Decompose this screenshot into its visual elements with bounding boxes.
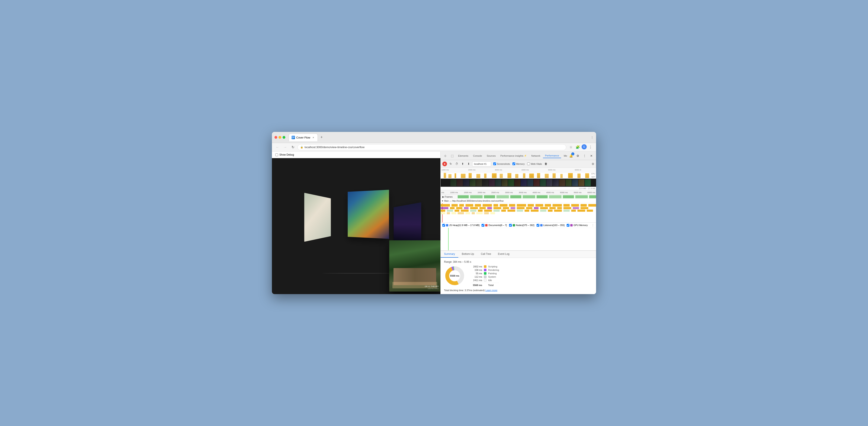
filmstrip-frame[interactable] [521, 179, 527, 186]
filmstrip-frame[interactable] [495, 179, 501, 186]
tab-sources[interactable]: Sources [485, 154, 498, 158]
frames-label[interactable]: ▶ Frames [441, 196, 458, 198]
ruler-mark-5: 6000 m [575, 169, 581, 171]
show-debug-label[interactable]: Show Debug [275, 153, 294, 156]
filmstrip-frame[interactable] [463, 179, 469, 186]
reload-button[interactable]: ↻ [290, 144, 296, 150]
profile-select[interactable]: localhost #1 [472, 161, 491, 167]
browser-settings-icon[interactable]: ⋮ [588, 144, 593, 150]
address-bar[interactable]: 🔒 localhost:3000/demo/view-timeline-css/… [298, 144, 566, 150]
title-bar: CF Cover Flow ✕ + ⋮ [272, 132, 596, 143]
filmstrip-frame[interactable] [547, 179, 552, 186]
learn-more-link[interactable]: Learn more [486, 289, 497, 291]
filmstrip-frame[interactable] [578, 179, 584, 186]
album-card-center[interactable]: OR #1 THEORY DAB RECORDS [389, 240, 440, 291]
save-profile-button[interactable]: ⬇ [466, 162, 471, 166]
tab-summary[interactable]: Summary [441, 251, 458, 258]
filmstrip-frame[interactable] [572, 179, 578, 186]
webvitals-label: Web Vitals [531, 163, 542, 165]
album-card-right[interactable] [394, 202, 421, 246]
gpu-memory-checkbox-label[interactable]: GPU Memory [567, 224, 588, 227]
extension-icon[interactable]: 🧩 [575, 144, 581, 150]
clear-recordings-button[interactable]: 🗑 [545, 162, 547, 165]
back-button[interactable]: ← [275, 144, 280, 150]
screenshots-checkbox-label[interactable]: Screenshots [493, 163, 510, 165]
webvitals-checkbox-label[interactable]: Web Vitals [527, 163, 542, 165]
tab-performance[interactable]: Performance [543, 153, 561, 158]
filmstrip-frame[interactable] [470, 179, 475, 186]
nodes-checkbox-label[interactable]: Nodes[375 – 382] [509, 224, 534, 227]
browser-menu-icon[interactable]: ⋮ [591, 136, 593, 139]
filmstrip-frame[interactable] [540, 179, 546, 186]
forward-button[interactable]: → [282, 144, 288, 150]
tab-close-button[interactable]: ✕ [312, 136, 315, 139]
load-profile-button[interactable]: ⬆ [460, 162, 465, 166]
filmstrip-frame[interactable] [515, 179, 520, 186]
documents-checkbox-label[interactable]: Documents[6 – 7] [482, 224, 507, 227]
filmstrip-frame[interactable] [451, 179, 456, 186]
cursor-tool-button[interactable]: ⊹ [442, 153, 448, 159]
tab-network[interactable]: Network [529, 154, 542, 158]
profile-icon[interactable]: G [582, 144, 587, 149]
new-tab-button[interactable]: + [319, 135, 324, 140]
devtools-more-button[interactable]: ⋮ [582, 153, 588, 159]
ruler-mark-0: 1000 ms [441, 169, 449, 171]
album-card-left[interactable] [304, 193, 331, 242]
filmstrip-frame[interactable] [527, 179, 533, 186]
tab-call-tree[interactable]: Call Tree [477, 251, 495, 258]
album-card-colorful[interactable] [348, 190, 389, 239]
inspect-button[interactable]: ⬚ [449, 153, 455, 159]
js-heap-checkbox[interactable] [442, 224, 445, 227]
show-debug-checkbox[interactable] [275, 153, 278, 156]
summary-chart-area: 5568 ms 2832 ms Scripting 158 ms [444, 265, 593, 286]
close-button[interactable] [275, 136, 277, 139]
svg-rect-73 [470, 209, 476, 212]
documents-checkbox[interactable] [482, 224, 484, 227]
filmstrip-frame[interactable] [476, 179, 482, 186]
filmstrip-frame[interactable] [457, 179, 463, 186]
filmstrip-frame[interactable] [559, 179, 565, 186]
filmstrip-frame[interactable] [585, 179, 591, 186]
listeners-checkbox[interactable] [536, 224, 539, 227]
nodes-checkbox[interactable] [509, 224, 512, 227]
album-label-center: OR #1 THEORY DAB RECORDS [425, 285, 439, 290]
filmstrip-frame[interactable] [534, 179, 539, 186]
filmstrip-frame[interactable] [508, 179, 514, 186]
tab-event-log[interactable]: Event Log [495, 251, 513, 258]
timeline-ruler2: ms 1000 ms 1500 ms 2000 ms 2500 ms 3000 … [441, 190, 596, 195]
clear-recording-button[interactable]: ⏱ [454, 162, 459, 166]
memory-checkbox-label[interactable]: Memory [513, 163, 525, 165]
url-text: localhost:3000/demo/view-timeline-css/co… [305, 146, 365, 149]
svg-rect-37 [483, 204, 492, 207]
screenshots-checkbox[interactable] [493, 163, 496, 165]
reload-record-button[interactable]: ↻ [448, 162, 453, 166]
svg-rect-92 [458, 212, 464, 214]
filmstrip-frame[interactable] [553, 179, 559, 186]
main-thread-header[interactable]: ▼ Main — http://localhost:3000/demo/view… [441, 199, 596, 203]
tab-console[interactable]: Console [471, 154, 484, 158]
performance-settings-button[interactable]: ⚙ [592, 162, 594, 166]
filmstrip-frame[interactable] [502, 179, 507, 186]
listeners-checkbox-label[interactable]: Listeners[163 – 355] [536, 224, 565, 227]
filmstrip-frame[interactable] [483, 179, 488, 186]
record-button[interactable]: ● [442, 162, 447, 166]
tab-coverflow[interactable]: CF Cover Flow ✕ [289, 134, 318, 141]
tab-bottom-up[interactable]: Bottom-Up [458, 251, 477, 258]
memory-checkbox[interactable] [513, 163, 515, 165]
filmstrip-frame[interactable] [566, 179, 571, 186]
tab-performance-insights[interactable]: Performance insights ⚡ [498, 154, 529, 158]
tab-elements[interactable]: Elements [456, 154, 470, 158]
tab-memory[interactable]: Memory [561, 154, 567, 158]
webvitals-checkbox[interactable] [527, 163, 530, 165]
notification-badge[interactable]: 🔔 1 [568, 153, 574, 159]
devtools-close-button[interactable]: ✕ [588, 153, 594, 159]
js-heap-checkbox-label[interactable]: JS Heap[12.8 MB – 17.8 MB] [442, 224, 479, 227]
maximize-button[interactable] [283, 136, 285, 139]
svg-rect-90 [447, 212, 450, 214]
filmstrip-frame[interactable] [489, 179, 495, 186]
gpu-memory-checkbox[interactable] [567, 224, 569, 227]
minimize-button[interactable] [279, 136, 281, 139]
devtools-settings-button[interactable]: ⚙ [575, 153, 581, 159]
svg-rect-86 [571, 209, 576, 212]
bookmark-icon[interactable]: ☆ [568, 144, 574, 150]
